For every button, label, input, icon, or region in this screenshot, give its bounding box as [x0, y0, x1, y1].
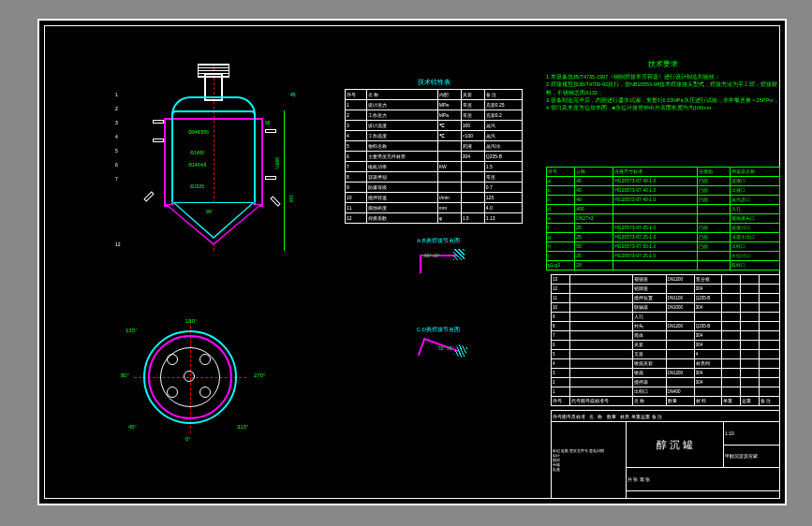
nozzle-cell: 20	[575, 261, 613, 270]
bom-cell	[721, 378, 740, 387]
detail-a-title: A.B类焊接节点图	[401, 237, 476, 245]
tech-characteristics-table: 技术特性表 序号名 称内胆夹套备 注1设计压力MPa常压充套0.252工作压力M…	[345, 78, 523, 224]
bom-cell	[740, 275, 759, 285]
tech-cell	[461, 193, 484, 203]
technical-requirements: 技术要求 1.本设备按JB/T4735-1997《钢制焊接常压容器》进行设计制造…	[546, 59, 780, 111]
bom-cell	[759, 285, 779, 294]
tech-cell: 腐蚀裕度	[366, 203, 437, 213]
detail-a-angle: 90° ±5°	[424, 253, 439, 258]
tech-cell: 充套0.2	[484, 110, 522, 121]
leader-45: 45	[290, 92, 296, 97]
tech-cell: 2	[346, 110, 367, 121]
bom-cell	[666, 331, 694, 341]
drawing-frame: Φ948/956 Φ1400 Φ1404/8 Φ1525 995% 100 95…	[37, 19, 787, 505]
bom-cell: 联轴器	[632, 303, 666, 313]
angle-0: 0°	[185, 436, 191, 442]
callout-4: 4	[115, 134, 118, 139]
bom-cell	[570, 322, 633, 331]
nozzle-right-2	[265, 176, 276, 180]
tech-cell: 1	[346, 100, 367, 110]
detail-b-angle: 55° ±5°	[438, 345, 453, 351]
nozzle-cell: 温度计口	[730, 224, 779, 233]
nozzle-cell: c	[547, 196, 575, 205]
nozzle-header-cell: 连接面	[698, 168, 730, 177]
tech-cell: KW	[437, 162, 461, 172]
tech-cell: 7	[346, 162, 367, 172]
bom-cell	[759, 313, 779, 322]
angle-270: 270°	[254, 373, 265, 378]
bom-cell	[570, 313, 633, 322]
nozzle-cell: b	[547, 186, 575, 196]
tech-cell: 5	[346, 141, 367, 152]
tech-cell: 9	[346, 183, 367, 193]
nozzle-cell	[613, 261, 698, 270]
nozzle-cell: 400	[575, 205, 613, 214]
nozzle-cell: 25	[575, 252, 613, 261]
nozzle-cell: HG20573-97 25-1.0	[613, 224, 698, 233]
nozzle-cell: 取样口	[730, 261, 779, 270]
tech-cell: 蒸汽/水	[484, 141, 522, 152]
nozzle-cell	[698, 261, 730, 270]
tech-cell: 防爆等级	[366, 183, 437, 193]
callout-12: 12	[115, 241, 121, 247]
bom-cell: DN1000	[666, 303, 694, 313]
angle-315: 315°	[237, 424, 248, 430]
top-nozzle-2	[199, 354, 211, 365]
nozzle-cell: f	[547, 224, 575, 233]
nozzle-cell: 进液口	[730, 177, 779, 186]
angle-135: 135°	[125, 328, 137, 333]
tech-cell: 充套0.25	[484, 100, 522, 110]
tech-cell: 1.13	[484, 213, 522, 224]
bom-cell: 4	[694, 350, 721, 359]
bom-cell: 支座	[632, 350, 666, 359]
bom-cell	[721, 359, 740, 369]
bom-cell: 304	[694, 369, 721, 378]
tech-cell: 10	[346, 193, 367, 203]
tech-cell: 3	[346, 121, 367, 131]
top-nozzle-1	[167, 354, 178, 365]
tech-cell: 蒸汽	[484, 131, 522, 141]
bom-cell	[570, 359, 633, 369]
tech-cell: r/min	[437, 193, 461, 203]
bom-cell	[694, 313, 721, 322]
tech-cell: 常压	[484, 172, 522, 183]
tech-note-line: 4.管口及支座方位按本图，■水位计接管伸出外表面长度均为100mm	[546, 104, 780, 111]
nozzle-cell	[613, 214, 698, 224]
dim-h2: 100	[288, 195, 294, 202]
bom-cell	[759, 294, 779, 303]
bom-cell: 夹套	[632, 341, 666, 350]
tech-cell	[437, 183, 461, 193]
tech-cell: MPa	[437, 100, 461, 110]
bom-header-cell: 备 注	[759, 397, 779, 406]
bom-cell	[721, 313, 740, 322]
bom-cell	[721, 275, 740, 285]
tech-cell: 125	[484, 193, 522, 203]
nozzle-header-cell: 连接尺寸标准	[613, 168, 698, 177]
nozzle-cell	[698, 205, 730, 214]
bom-cell: 材质同	[694, 359, 721, 369]
bom-cell: 10	[552, 303, 570, 313]
nozzle-cell: 出液口	[730, 186, 779, 196]
nozzle-cell: HG20573-97 40-1.0	[613, 177, 698, 186]
nozzle-cell: 凸面	[698, 196, 730, 205]
bom-cell	[666, 341, 694, 350]
nozzle-schedule-table: 符号公称连接尺寸标准连接面用途或名称a40HG20573-97 40-1.0凸面…	[546, 167, 780, 270]
bom-cell: 筒体	[632, 331, 666, 341]
bom-cell	[759, 303, 779, 313]
bom-cell: 锥底夹套	[632, 359, 666, 369]
tech-cell: 主要受压元件材质	[366, 152, 437, 162]
nozzle-cell: HG20573-97 40-1.0	[613, 186, 698, 196]
nozzle-cell: 凸面	[698, 242, 730, 252]
bom-cell	[740, 369, 759, 378]
nozzle-cell	[698, 214, 730, 224]
nozzle-cell: 25	[575, 224, 613, 233]
bom-cell	[740, 378, 759, 387]
bom-cell: 铭牌座	[632, 285, 666, 294]
bill-of-materials: 13视镜座DN1200复合板12铭牌座30411搅拌装置DN1100Q235-B…	[551, 274, 780, 406]
tech-cell: MPa	[437, 110, 461, 121]
tech-cell: 4.0	[484, 203, 522, 213]
bom-cell	[570, 387, 633, 397]
nozzle-cell: 水位计口	[730, 252, 779, 261]
tech-note-line: 1.本设备按JB/T4735-1997《钢制焊接常压容器》进行设计制造和验收；	[546, 73, 780, 80]
bom-cell	[721, 387, 740, 397]
